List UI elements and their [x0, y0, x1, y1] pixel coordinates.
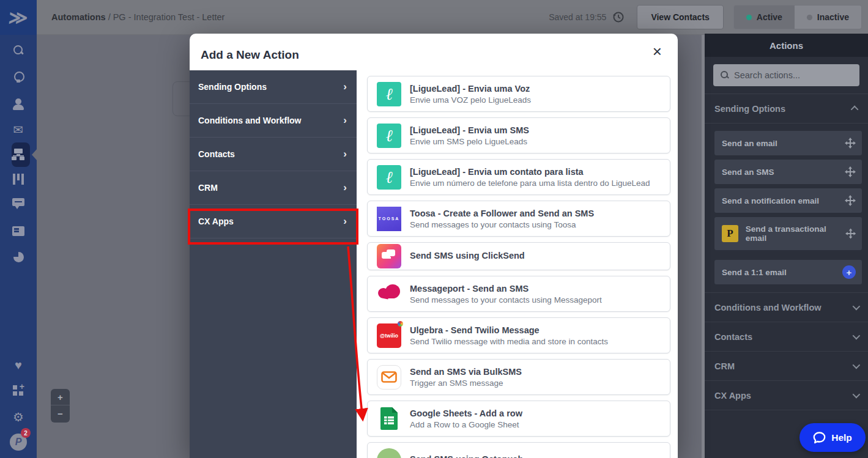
bulksms-envelope-icon [377, 365, 401, 390]
sidebar-item-automations[interactable] [0, 142, 37, 167]
liguelead-icon: ℓ [377, 82, 401, 106]
chat-bubble-icon [12, 198, 24, 209]
toggle-inactive[interactable]: Inactive [795, 6, 861, 29]
list-item-liguelead-voz[interactable]: ℓ [LigueLead] - Envia uma VozEnvie uma V… [367, 76, 670, 112]
history-icon[interactable] [612, 11, 625, 23]
chevron-right-icon: › [343, 114, 347, 127]
sending-options-items: Send an email Send an SMS Send a notific… [705, 124, 868, 293]
sidebar-item-search[interactable] [0, 38, 37, 62]
action-send-transactional-email[interactable]: P Send a transactional email [714, 217, 862, 250]
list-item-messageport[interactable]: Messageport - Send an SMSSend messages t… [367, 276, 670, 312]
list-item-liguelead-sms[interactable]: ℓ [LigueLead] - Envia um SMSEnvie um SMS… [367, 117, 670, 153]
sidebar-item-email[interactable]: ✉ [0, 117, 37, 142]
sidebar-item-ideas[interactable] [0, 65, 37, 89]
menu-sending-options[interactable]: Sending Options› [190, 70, 357, 104]
sidebar-item-kanban[interactable] [0, 167, 37, 191]
color-dot-icon [398, 321, 403, 327]
view-contacts-button[interactable]: View Contacts [637, 5, 723, 29]
modal-category-menu: Sending Options› Conditions and Workflow… [190, 70, 357, 458]
action-send-email[interactable]: Send an email [714, 131, 862, 155]
group-cx-apps[interactable]: CX Apps [705, 381, 868, 410]
move-icon[interactable] [845, 166, 856, 177]
action-send-1-1-email[interactable]: Send a 1:1 email + [714, 260, 862, 284]
sidebar-item-apps[interactable] [0, 379, 37, 403]
actions-panel: Actions Sending Options Send an email Se… [705, 34, 868, 458]
list-item-clicksend[interactable]: Send SMS using ClickSend [367, 242, 670, 270]
breadcrumb: Automations / PG - Integration Test - Le… [51, 12, 224, 22]
heart-icon: ♥ [15, 359, 22, 371]
sidebar-item-contacts[interactable] [0, 92, 37, 116]
menu-crm[interactable]: CRM› [190, 171, 357, 205]
sidebar-item-settings[interactable]: ⚙ [0, 405, 37, 429]
group-contacts[interactable]: Contacts [705, 322, 868, 352]
add-action-modal: Add a New Action × Sending Options› Cond… [190, 34, 678, 458]
saved-status: Saved at 19:55 [549, 12, 606, 22]
liguelead-icon: ℓ [377, 124, 401, 148]
chevron-right-icon: › [343, 148, 347, 160]
active-inactive-toggle: Active Inactive [733, 5, 862, 29]
top-bar: Automations / PG - Integration Test - Le… [37, 0, 868, 35]
list-item-bulksms[interactable]: Send an SMS via BulkSMSTrigger an SMS me… [367, 359, 670, 395]
twilio-icon: @twilio [377, 323, 401, 348]
group-conditions-workflow[interactable]: Conditions and Workflow [705, 293, 868, 322]
breadcrumb-current: PG - Integration Test - Letter [113, 12, 225, 22]
list-item-ulgebra-twilio[interactable]: @twilio Ulgebra - Send Twilio MessageSen… [367, 317, 670, 353]
group-crm[interactable]: CRM [705, 352, 868, 381]
menu-conditions-workflow[interactable]: Conditions and Workflow› [190, 104, 357, 138]
move-icon[interactable] [845, 228, 856, 239]
sidebar-item-app-logo[interactable]: P [0, 430, 37, 454]
action-list: ℓ [LigueLead] - Envia uma VozEnvie uma V… [357, 70, 678, 458]
zoom-in-button[interactable]: + [51, 389, 70, 405]
action-send-sms[interactable]: Send an SMS [714, 160, 862, 184]
help-chat-icon [813, 432, 826, 444]
clicksend-icon [377, 244, 401, 268]
kanban-icon [13, 174, 24, 185]
toggle-active[interactable]: Active [734, 6, 795, 29]
sidebar-item-reports[interactable] [0, 245, 37, 269]
annotation-highlight-box [188, 209, 358, 245]
menu-contacts[interactable]: Contacts› [190, 138, 357, 171]
browser-window-icon [12, 226, 24, 236]
toosa-icon: TOOSA [377, 207, 401, 231]
inactive-dot-icon [807, 15, 812, 20]
liguelead-icon: ℓ [377, 165, 401, 190]
search-icon [13, 45, 24, 56]
chevron-down-icon [853, 303, 861, 311]
close-icon[interactable]: × [653, 43, 662, 59]
person-icon [12, 98, 24, 109]
gear-icon: ⚙ [13, 411, 24, 423]
move-icon[interactable] [845, 195, 856, 206]
chevron-down-icon [853, 391, 861, 399]
canvas-zoom-controls: + − [51, 389, 70, 423]
plus-circle-icon[interactable]: + [842, 265, 856, 279]
google-sheets-icon [377, 407, 401, 431]
list-item-google-sheets[interactable]: Google Sheets - Add a rowAdd a Row to a … [367, 401, 670, 437]
group-sending-options[interactable]: Sending Options [705, 94, 868, 124]
search-icon [721, 71, 729, 79]
logo-chevrons-icon: ≫ [7, 7, 29, 28]
modal-title: Add a New Action [201, 48, 299, 62]
action-send-notification-email[interactable]: Send a notification email [714, 188, 862, 213]
zoom-out-button[interactable]: − [51, 405, 70, 422]
active-dot-icon [746, 15, 752, 20]
actions-panel-title: Actions [705, 34, 868, 57]
breadcrumb-automations[interactable]: Automations [51, 12, 106, 22]
search-actions-input[interactable] [713, 64, 859, 86]
app-sidebar: ≫ ✉ ♥ ⚙ P 2 [0, 0, 37, 458]
sidebar-item-favorites[interactable]: ♥ [0, 353, 37, 377]
envelope-icon: ✉ [13, 124, 24, 136]
breadcrumb-separator: / [108, 12, 111, 22]
chevron-right-icon: › [343, 81, 347, 93]
list-item-liguelead-contato[interactable]: ℓ [LigueLead] - Envia um contato para li… [367, 159, 670, 195]
octopush-icon [377, 448, 401, 458]
automation-sitemap-icon [12, 149, 25, 161]
app-logo[interactable]: ≫ [0, 0, 37, 35]
list-item-toosa[interactable]: TOOSA Toosa - Create a Follower and Send… [367, 201, 670, 237]
list-item-octopush[interactable]: Send SMS using Octopush [367, 442, 670, 458]
sidebar-item-sites[interactable] [0, 219, 37, 243]
postmark-p-icon: P [722, 225, 738, 242]
sidebar-item-conversations[interactable] [0, 191, 37, 216]
chevron-down-icon [853, 332, 861, 340]
help-button[interactable]: Help [799, 423, 866, 452]
move-icon[interactable] [845, 138, 856, 149]
